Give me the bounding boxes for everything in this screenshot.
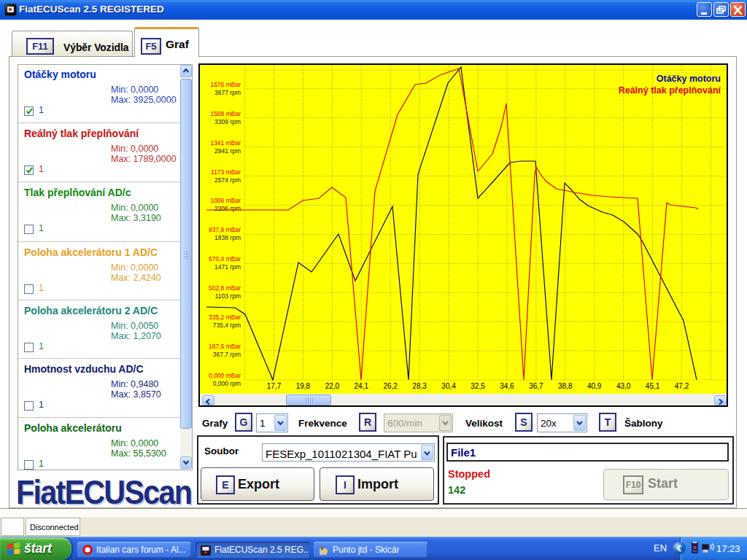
svg-text:2574 rpm: 2574 rpm [214,176,241,184]
svg-text:1508 mBar: 1508 mBar [210,110,241,117]
svg-text:22,0: 22,0 [325,382,340,390]
svg-text:19,8: 19,8 [296,382,311,390]
svg-text:2941 rpm: 2941 rpm [214,147,241,155]
svg-text:Reálný tlak přeplňování: Reálný tlak přeplňování [619,85,721,96]
svg-text:1838 rpm: 1838 rpm [214,234,241,241]
svg-text:1341 mBar: 1341 mBar [210,139,241,147]
svg-text:1676 mBar: 1676 mBar [210,81,241,88]
svg-text:1173 mBar: 1173 mBar [211,168,241,176]
svg-text:47,2: 47,2 [675,382,689,390]
svg-text:2206 rpm: 2206 rpm [214,205,241,212]
svg-text:3677 rpm: 3677 rpm [214,89,241,96]
svg-text:24,1: 24,1 [355,382,369,390]
svg-text:34,6: 34,6 [500,382,514,390]
svg-text:837,9 mBar: 837,9 mBar [209,226,241,233]
svg-text:30,4: 30,4 [441,382,456,390]
svg-text:43,0: 43,0 [616,382,631,390]
svg-text:38,8: 38,8 [558,382,573,390]
svg-text:28,3: 28,3 [412,382,427,390]
svg-text:45,1: 45,1 [646,382,660,390]
svg-text:32,5: 32,5 [471,382,485,390]
svg-text:17,7: 17,7 [267,382,282,390]
svg-text:167,6 mBar: 167,6 mBar [209,343,241,350]
svg-text:1006 mBar: 1006 mBar [210,197,241,204]
svg-text:1103 rpm: 1103 rpm [215,292,241,300]
svg-text:0,000 rpm: 0,000 rpm [213,380,241,387]
svg-text:1471 rpm: 1471 rpm [214,263,241,271]
svg-text:26,2: 26,2 [383,382,398,390]
svg-text:Otáčky motoru: Otáčky motoru [657,74,721,84]
svg-text:367,7 rpm: 367,7 rpm [213,351,241,358]
svg-text:335,2 mBar: 335,2 mBar [209,314,241,321]
svg-text:735,4 rpm: 735,4 rpm [213,322,241,329]
svg-text:502,8 mBar: 502,8 mBar [209,284,241,292]
svg-text:3309 rpm: 3309 rpm [214,118,241,125]
svg-text:40,9: 40,9 [587,382,602,390]
svg-text:0,000 mBar: 0,000 mBar [209,372,241,379]
svg-text:36,7: 36,7 [529,382,543,390]
svg-text:670,4 mBar: 670,4 mBar [209,255,241,262]
